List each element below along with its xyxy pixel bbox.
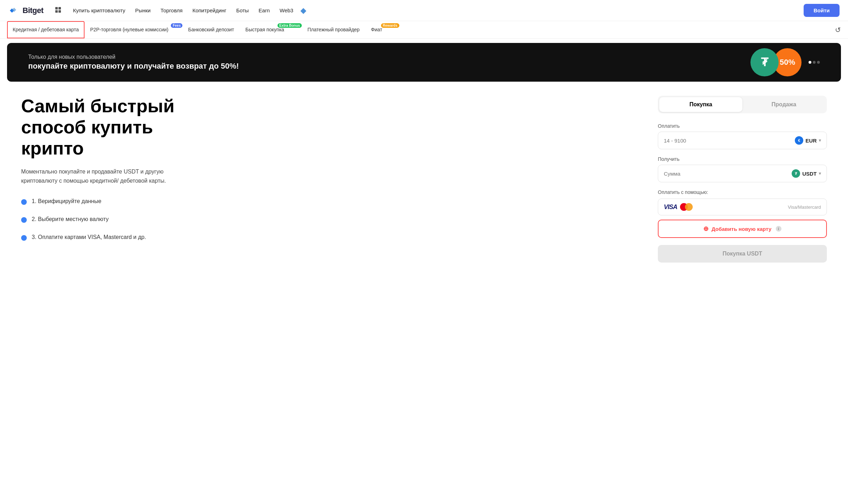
nav-web3[interactable]: Web3 bbox=[275, 5, 298, 16]
login-button[interactable]: Войти bbox=[804, 4, 840, 17]
usdt-label: USDT bbox=[802, 171, 817, 177]
step-2-label: 2. Выберите местную валюту bbox=[32, 216, 108, 222]
receive-input[interactable] bbox=[664, 171, 792, 177]
eur-chevron: ▾ bbox=[819, 138, 821, 143]
mastercard-logo bbox=[680, 203, 693, 211]
subnav-credit-card-label: Кредитная / дебетовая карта bbox=[13, 27, 79, 32]
trade-panel: Покупка Продажа Оплатить € EUR ▾ Получит… bbox=[658, 96, 827, 263]
pay-label: Оплатить bbox=[658, 123, 827, 129]
dot-2[interactable] bbox=[813, 61, 816, 64]
nav-earn[interactable]: Earn bbox=[254, 5, 274, 16]
subnav-fiat[interactable]: Фиат Rewards bbox=[365, 21, 399, 38]
hero-title: Самый быстрый способ купить крипто bbox=[21, 96, 630, 159]
p2p-badge: Fees bbox=[171, 23, 182, 28]
subnav-p2p[interactable]: P2P-торговля (нулевые комиссии) Fees bbox=[85, 21, 182, 38]
eur-selector[interactable]: € EUR ▾ bbox=[795, 136, 821, 145]
dot-1[interactable] bbox=[809, 61, 811, 64]
step-1-dot bbox=[21, 199, 27, 205]
subnav-provider-label: Платежный провайдер bbox=[307, 27, 360, 32]
subnav-p2p-label: P2P-торговля (нулевые комиссии) bbox=[90, 27, 168, 32]
subnav-bank-deposit[interactable]: Банковский депозит bbox=[182, 21, 240, 38]
step-1: 1. Верифицируйте данные bbox=[21, 198, 630, 205]
svg-rect-2 bbox=[55, 10, 58, 13]
diamond-icon[interactable]: ◆ bbox=[300, 6, 306, 15]
mc-circle-orange bbox=[685, 203, 693, 211]
payment-method-group: Оплатить с помощью: VISA Visa/Mastercard… bbox=[658, 189, 827, 238]
nav-trade[interactable]: Торговля bbox=[156, 5, 187, 16]
banner-icons: ₮ 50% bbox=[750, 48, 820, 76]
receive-field-row: ₮ USDT ▾ bbox=[658, 165, 827, 182]
subnav: Кредитная / дебетовая карта P2P-торговля… bbox=[0, 21, 848, 39]
grid-icon[interactable] bbox=[55, 6, 62, 15]
info-icon: i bbox=[776, 226, 781, 232]
steps-list: 1. Верифицируйте данные 2. Выберите мест… bbox=[21, 198, 630, 241]
subnav-fiat-label: Фиат bbox=[371, 27, 382, 32]
nav-buy-crypto[interactable]: Купить криптовалюту bbox=[69, 5, 129, 16]
step-3-label: 3. Оплатите картами VISA, Mastercard и д… bbox=[32, 234, 146, 240]
buy-usdt-button[interactable]: Покупка USDT bbox=[658, 245, 827, 263]
dot-3[interactable] bbox=[817, 61, 820, 64]
receive-field-group: Получить ₮ USDT ▾ bbox=[658, 156, 827, 182]
svg-rect-1 bbox=[58, 7, 61, 10]
nav-bots[interactable]: Боты bbox=[232, 5, 253, 16]
usdt-selector[interactable]: ₮ USDT ▾ bbox=[792, 169, 821, 178]
add-card-label: Добавить новую карту bbox=[711, 226, 771, 232]
step-3-dot bbox=[21, 235, 27, 241]
main-content: Самый быстрый способ купить крипто Момен… bbox=[0, 82, 848, 277]
add-icon: ⊕ bbox=[703, 225, 709, 233]
svg-rect-0 bbox=[55, 7, 58, 10]
svg-rect-3 bbox=[58, 10, 61, 13]
sell-tab[interactable]: Продажа bbox=[742, 97, 825, 112]
banner-subtitle: Только для новых пользователей bbox=[28, 54, 750, 60]
buy-sell-tabs: Покупка Продажа bbox=[658, 96, 827, 113]
usdt-chevron: ▾ bbox=[819, 171, 821, 176]
left-panel: Самый быстрый способ купить крипто Момен… bbox=[21, 96, 630, 263]
step-3: 3. Оплатите картами VISA, Mastercard и д… bbox=[21, 234, 630, 241]
navbar-right: Войти bbox=[804, 4, 840, 17]
banner-dots bbox=[809, 61, 820, 64]
hero-subtitle: Моментально покупайте и продавайте USDT … bbox=[21, 167, 190, 185]
visa-mc-label: Visa/Mastercard bbox=[788, 204, 821, 210]
add-card-button[interactable]: ⊕ Добавить новую карту i bbox=[658, 220, 827, 238]
banner-title: покупайте криптовалюту и получайте возвр… bbox=[28, 62, 750, 71]
visa-logo: VISA bbox=[664, 203, 677, 211]
eur-label: EUR bbox=[805, 138, 817, 144]
quick-badge: Extra Bonus bbox=[278, 23, 302, 28]
fiat-badge: Rewards bbox=[381, 23, 399, 28]
visa-mastercard-row[interactable]: VISA Visa/Mastercard bbox=[658, 199, 827, 215]
buy-tab[interactable]: Покупка bbox=[659, 97, 742, 112]
nav-markets[interactable]: Рынки bbox=[131, 5, 155, 16]
nav-menu: Купить криптовалюту Рынки Торговля Копит… bbox=[69, 5, 804, 16]
pay-field-group: Оплатить € EUR ▾ bbox=[658, 123, 827, 149]
pay-input[interactable] bbox=[664, 138, 795, 144]
subnav-payment-provider[interactable]: Платежный провайдер bbox=[302, 21, 365, 38]
subnav-bank-label: Банковский депозит bbox=[188, 27, 234, 32]
usdt-icon: ₮ bbox=[792, 169, 800, 178]
step-2-dot bbox=[21, 217, 27, 223]
nav-copy-trading[interactable]: Копитрейдинг bbox=[188, 5, 230, 16]
logo-text: Bitget bbox=[23, 6, 43, 15]
banner-text: Только для новых пользователей покупайте… bbox=[28, 54, 750, 71]
step-2: 2. Выберите местную валюту bbox=[21, 216, 630, 223]
logo[interactable]: Bitget bbox=[8, 5, 43, 16]
navbar: Bitget Купить криптовалюту Рынки Торговл… bbox=[0, 0, 848, 21]
promo-banner: Только для новых пользователей покупайте… bbox=[7, 43, 841, 82]
tether-circle: ₮ bbox=[750, 48, 779, 76]
subnav-quick-buy[interactable]: Быстрая покупка Extra Bonus bbox=[240, 21, 302, 38]
history-icon[interactable]: ↺ bbox=[835, 26, 841, 34]
subnav-credit-card[interactable]: Кредитная / дебетовая карта bbox=[7, 21, 85, 38]
pay-field-row: € EUR ▾ bbox=[658, 132, 827, 149]
step-1-label: 1. Верифицируйте данные bbox=[32, 198, 101, 204]
eur-icon: € bbox=[795, 136, 803, 145]
receive-label: Получить bbox=[658, 156, 827, 162]
payment-method-label: Оплатить с помощью: bbox=[658, 189, 827, 195]
